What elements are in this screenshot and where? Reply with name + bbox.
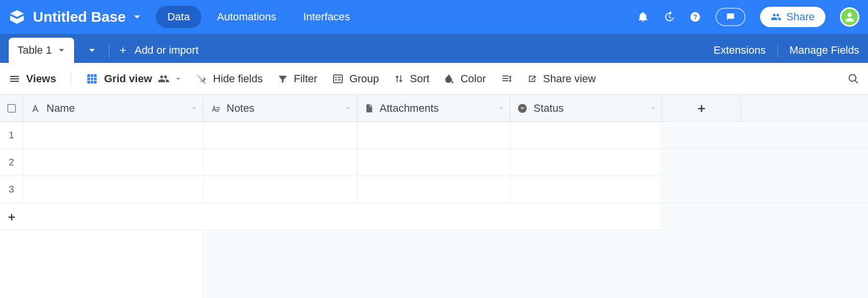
cell-name[interactable] [23,122,203,149]
comments-button[interactable] [716,8,746,26]
share-button[interactable]: Share [760,7,825,27]
cell-name[interactable] [23,149,203,176]
row-number[interactable]: 1 [0,122,23,149]
row-number[interactable]: 2 [0,149,23,176]
nav-tab-automations[interactable]: Automations [205,6,288,28]
column-header-label: Attachments [380,102,439,115]
help-icon[interactable]: ? [689,11,701,23]
app-header: Untitled Base Data Automations Interface… [0,0,868,34]
cell-notes[interactable] [203,149,357,176]
grid-below-right [203,230,868,298]
plus-icon: ＋ [695,100,708,117]
view-switcher[interactable]: Grid view [86,73,181,85]
base-title[interactable]: Untitled Base [33,9,126,25]
hide-fields-button[interactable]: Hide fields [196,73,263,85]
table-row[interactable]: 1 [0,122,868,149]
cell-filler [662,149,868,176]
caret-down-icon[interactable] [650,105,656,111]
column-header-attachments[interactable]: Attachments [357,95,510,121]
cell-attachments[interactable] [357,122,510,149]
row-height-button[interactable] [501,73,512,85]
view-toolbar: Views Grid view Hide fields Filter Group… [0,63,868,95]
svg-rect-3 [87,74,97,84]
caret-down-icon[interactable] [498,105,504,111]
header-icons: ? Share [637,7,859,27]
cell-attachments[interactable] [357,149,510,176]
select-field-icon [517,103,528,114]
color-button[interactable]: Color [444,73,486,85]
row-height-icon [501,73,512,85]
data-grid: Name Notes Attachments Status ＋ 123 ＋ [0,95,868,298]
search-button[interactable] [848,73,859,85]
column-header-notes[interactable]: Notes [203,95,357,121]
grid-header-row: Name Notes Attachments Status ＋ [0,95,868,122]
table-tab-label: Table 1 [17,44,52,57]
group-icon [332,73,344,85]
column-header-label: Name [46,102,75,115]
svg-text:?: ? [693,13,698,21]
group-button[interactable]: Group [332,73,379,85]
divider [109,44,109,58]
grid-filler [662,203,868,230]
base-menu-caret-icon[interactable] [133,13,141,21]
cell-notes[interactable] [203,122,357,149]
add-row-button[interactable]: ＋ [0,203,23,230]
sort-label: Sort [410,73,429,85]
column-header-status[interactable]: Status [510,95,662,121]
column-header-label: Notes [227,102,254,115]
attachment-field-icon [364,103,374,114]
user-avatar[interactable] [840,7,859,27]
column-header-name[interactable]: Name [23,95,203,121]
views-toggle[interactable]: Views [9,73,56,85]
caret-down-icon[interactable] [345,105,351,111]
notifications-icon[interactable] [637,11,649,23]
filter-button[interactable]: Filter [277,73,318,85]
select-all-checkbox[interactable] [7,104,16,113]
svg-rect-6 [338,77,341,78]
cell-status[interactable] [510,176,662,203]
caret-down-icon[interactable] [191,105,197,111]
history-icon[interactable] [663,11,675,23]
add-column-button[interactable]: ＋ [662,95,741,121]
filter-icon [277,74,288,84]
nav-tab-data[interactable]: Data [156,6,201,28]
caret-down-icon [175,76,181,82]
manage-fields-link[interactable]: Manage Fields [790,44,859,57]
cell-filler [662,122,868,149]
add-or-import-label: Add or import [135,44,198,57]
row-number[interactable]: 3 [0,176,23,203]
cell-attachments[interactable] [357,176,510,203]
cell-notes[interactable] [203,176,357,203]
cell-status[interactable] [510,149,662,176]
table-tab-active[interactable]: Table 1 [9,38,74,63]
filter-label: Filter [294,73,318,85]
tables-list-toggle[interactable] [79,38,105,63]
svg-point-2 [848,13,852,17]
hide-fields-label: Hide fields [213,73,263,85]
select-all-cell[interactable] [0,95,23,121]
cell-name[interactable] [23,176,203,203]
add-row-filler [23,203,662,230]
eye-off-icon [196,73,207,85]
view-name: Grid view [104,73,152,85]
nav-tab-interfaces[interactable]: Interfaces [292,6,362,28]
group-label: Group [350,73,379,85]
share-view-button[interactable]: Share view [527,73,596,85]
grid-icon [86,73,98,85]
cell-status[interactable] [510,122,662,149]
table-row[interactable]: 2 [0,149,868,176]
svg-rect-8 [338,79,341,80]
divider [777,44,778,57]
color-label: Color [460,73,486,85]
sort-button[interactable]: Sort [394,73,429,85]
search-icon [848,73,859,85]
base-logo-icon [9,9,25,25]
table-tab-bar: Table 1 Add or import Extensions Manage … [0,34,868,63]
extensions-link[interactable]: Extensions [714,44,766,57]
divider [71,72,71,86]
header-filler [741,95,868,121]
table-row[interactable]: 3 [0,176,868,203]
grid-below [0,230,868,298]
share-view-label: Share view [543,73,596,85]
add-or-import-button[interactable]: Add or import [113,38,203,63]
